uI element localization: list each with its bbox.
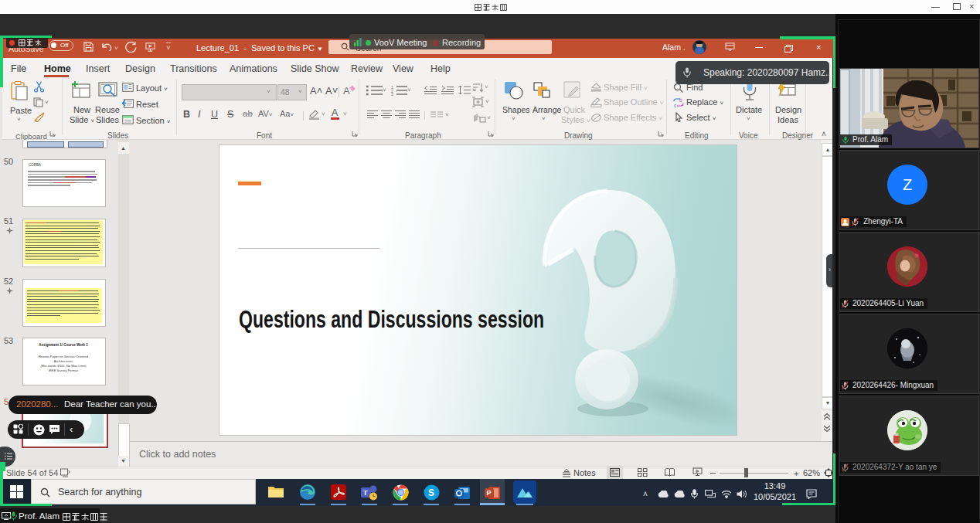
svg-text:c: c [674, 103, 677, 108]
svg-text:S: S [428, 487, 434, 498]
svg-text:b: b [679, 97, 682, 103]
svg-text:3: 3 [391, 92, 393, 96]
svg-text:T: T [363, 489, 368, 497]
svg-text:P: P [487, 489, 492, 497]
